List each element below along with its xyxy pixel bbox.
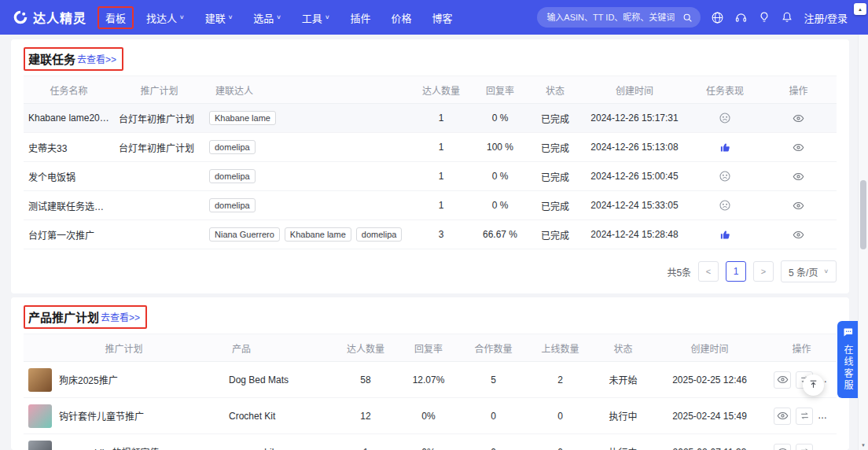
view-icon[interactable] (774, 371, 791, 389)
navbar-right: 注册/登录 (537, 7, 848, 28)
task-row: 史蒂夫33台灯年初推广计划domelipa1100 %已完成2024-12-26… (24, 133, 837, 162)
column-header: 操作 (767, 334, 837, 362)
column-header: 达人数量 (413, 76, 469, 104)
task-status: 已完成 (531, 191, 579, 220)
column-header: 创建时间 (579, 76, 690, 104)
nav-item-6[interactable]: 价格 (383, 6, 419, 29)
view-all-link[interactable]: 去查看>> (77, 52, 116, 65)
nav-item-label: 看板 (105, 10, 126, 25)
navbar-search[interactable] (537, 7, 701, 28)
view-icon[interactable] (790, 140, 807, 154)
created-time: 2025-02-25 12:46 (653, 362, 767, 398)
online-service-button[interactable]: 在线客服 (837, 321, 859, 398)
next-page-button[interactable]: > (753, 261, 774, 282)
view-icon[interactable] (790, 169, 807, 183)
column-header: 回复率 (397, 334, 460, 362)
task-row: Khabane lame2024…台灯年初推广计划Khabane lame10 … (24, 104, 837, 133)
page-size-value: 5 条/页 (789, 265, 818, 278)
task-name: Khabane lame2024… (24, 104, 114, 133)
view-icon[interactable] (790, 111, 807, 125)
talent-count: 1 (413, 191, 469, 220)
plan-operations (767, 362, 837, 398)
view-icon[interactable] (790, 198, 807, 212)
bell-icon[interactable] (781, 11, 793, 24)
column-header: 推广计划 (24, 334, 224, 362)
task-performance (690, 220, 760, 249)
nav-item-3[interactable]: 选品∨ (245, 6, 289, 29)
register-login-link[interactable]: 注册/登录 (804, 10, 848, 25)
task-talents: Niana GuerreroKhabane lamedomelipa (204, 220, 413, 249)
pagination: 共5条 < 1 > 5 条/页 ∨ (24, 260, 837, 282)
view-icon[interactable] (790, 227, 807, 242)
task-name: 台灯第一次推广 (24, 220, 114, 249)
task-table-body: Khabane lame2024…台灯年初推广计划Khabane lame10 … (24, 104, 837, 249)
current-page-button[interactable]: 1 (726, 261, 746, 282)
view-icon[interactable] (774, 408, 791, 425)
top-navbar: 达人精灵 看板找达人∨建联∨选品∨工具∨插件价格博客 注册/登录 (0, 0, 868, 35)
plan-name[interactable]: engwe ebike的视频宣传 (59, 445, 159, 450)
nav-item-label: 找达人 (146, 10, 177, 25)
column-header: 回复率 (469, 76, 531, 104)
created-time: 2025-02-07 11:33 (653, 434, 767, 450)
scrollbar-thumb[interactable] (860, 180, 866, 249)
talent-count: 1 (413, 162, 469, 191)
talent-tag: Khabane lame (285, 227, 351, 242)
plan-row: engwe ebike的视频宣传engwe ebike10%00执行中2025-… (24, 434, 837, 450)
plan-name-cell: engwe ebike的视频宣传 (24, 434, 224, 450)
headset-icon[interactable] (734, 11, 748, 24)
nav-item-7[interactable]: 博客 (425, 6, 461, 29)
online-service-label: 在线客服 (841, 345, 855, 392)
nav-item-1[interactable]: 找达人∨ (138, 6, 193, 29)
thumb-up-icon (719, 229, 731, 241)
online-count: 0 (527, 434, 594, 450)
scroll-up-arrow[interactable]: ▲ (854, 3, 866, 15)
plan-status: 未开始 (594, 362, 653, 398)
bulb-icon[interactable] (758, 11, 771, 24)
prev-page-button[interactable]: < (698, 261, 719, 282)
nav-item-label: 工具 (302, 10, 322, 25)
nav-item-5[interactable]: 插件 (342, 6, 378, 29)
plan-name-cell: 狗床2025推广 (24, 362, 224, 398)
chevron-down-icon: ∨ (179, 14, 185, 20)
column-header: 达人数量 (334, 334, 397, 362)
search-input[interactable] (545, 12, 678, 23)
reply-rate: 0 % (469, 162, 531, 191)
task-name: 史蒂夫33 (24, 133, 114, 162)
plan-status: 执行中 (594, 434, 653, 450)
globe-icon[interactable] (711, 11, 724, 24)
column-header: 产品 (224, 334, 334, 362)
task-plan (114, 220, 204, 249)
plan-table-body: 狗床2025推广Dog Bed Mats5812.07%52未开始2025-02… (24, 362, 837, 450)
chevron-down-icon: ∨ (276, 14, 281, 20)
column-header: 任务表现 (690, 76, 760, 104)
back-to-top-button[interactable] (803, 374, 824, 396)
total-count: 共5条 (667, 265, 691, 278)
promo-plans-head: 产品推广计划 去查看>> (24, 305, 837, 329)
logo[interactable]: 达人精灵 (13, 8, 86, 27)
nav-item-0[interactable]: 看板 (97, 6, 134, 29)
plan-name[interactable]: 钩针套件儿童节推广 (59, 409, 144, 422)
sync-icon[interactable] (796, 408, 813, 425)
search-icon[interactable] (682, 13, 693, 23)
task-status: 已完成 (531, 104, 579, 133)
logo-icon (13, 9, 28, 25)
nav-item-4[interactable]: 工具∨ (294, 6, 338, 29)
sad-face-icon (719, 199, 731, 212)
view-icon[interactable] (774, 444, 791, 450)
task-performance (690, 104, 760, 133)
talent-count: 1 (413, 133, 469, 162)
product-image (28, 441, 52, 450)
scroll-down-arrow[interactable]: ▼ (859, 443, 867, 448)
chat-icon (842, 326, 854, 341)
column-header: 状态 (594, 334, 653, 362)
page-size-select[interactable]: 5 条/页 ∨ (781, 260, 837, 282)
task-name: 发个电饭锅 (24, 162, 114, 191)
back-to-top-icon (808, 378, 818, 393)
nav-item-2[interactable]: 建联∨ (197, 6, 241, 29)
talent-tag: domelipa (209, 198, 256, 212)
view-all-link[interactable]: 去查看>> (101, 310, 140, 323)
sync-icon[interactable] (796, 444, 813, 450)
plan-name[interactable]: 狗床2025推广 (59, 373, 118, 386)
task-talents: domelipa (204, 191, 413, 220)
product-image (28, 368, 52, 392)
